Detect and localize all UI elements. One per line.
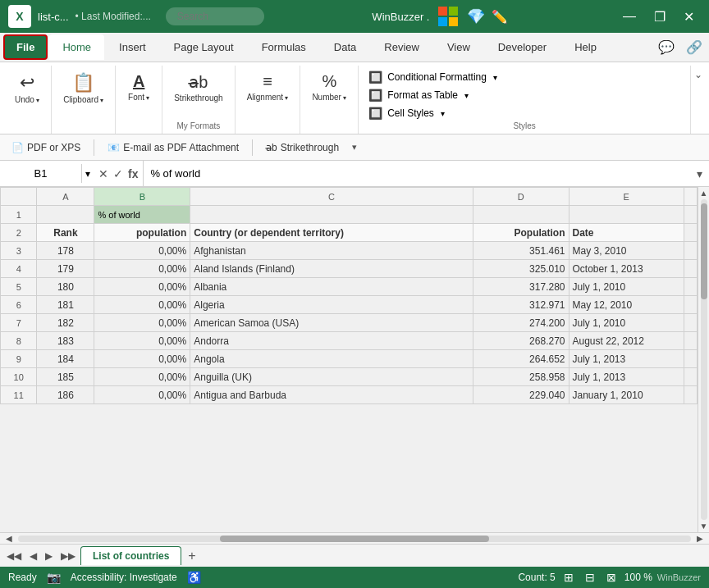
col-header-a[interactable]: A: [37, 188, 94, 206]
insert-function-icon[interactable]: fx: [128, 167, 138, 180]
cell-e4[interactable]: October 1, 2013: [569, 260, 684, 278]
vscroll-up-arrow[interactable]: ▲: [700, 189, 708, 198]
cell-d8[interactable]: 268.270: [473, 332, 569, 350]
cell-d1[interactable]: [473, 206, 569, 224]
clipboard-button[interactable]: 📋 Clipboard: [58, 69, 108, 107]
toolbar2-dropdown-arrow[interactable]: ▾: [349, 142, 360, 153]
hscroll-left-arrow[interactable]: ◀: [3, 534, 15, 543]
strikethrough-button[interactable]: a̶b Strikethrough: [169, 69, 227, 106]
ribbon-collapse[interactable]: ⌄: [691, 66, 706, 134]
cell-c1[interactable]: [190, 206, 473, 224]
cell-c2[interactable]: Country (or dependent territory): [190, 224, 473, 242]
col-header-d[interactable]: D: [473, 188, 569, 206]
undo-button[interactable]: ↩ Undo: [10, 69, 44, 107]
conditional-formatting-item[interactable]: 🔲 Conditional Formatting ▾: [365, 69, 684, 85]
cell-d5[interactable]: 317.280: [473, 278, 569, 296]
tab-data[interactable]: Data: [321, 34, 369, 60]
cell-e5[interactable]: July 1, 2010: [569, 278, 684, 296]
cell-d3[interactable]: 351.461: [473, 242, 569, 260]
cell-b5[interactable]: 0,00%: [94, 278, 190, 296]
tab-file[interactable]: File: [3, 34, 48, 60]
cell-c9[interactable]: Angola: [190, 350, 473, 368]
cell-styles-item[interactable]: 🔲 Cell Styles ▾: [365, 105, 684, 121]
cell-b6[interactable]: 0,00%: [94, 296, 190, 314]
cell-c4[interactable]: Aland Islands (Finland): [190, 260, 473, 278]
col-header-c[interactable]: C: [190, 188, 473, 206]
sheet-nav-last[interactable]: ▶▶: [57, 550, 79, 562]
tab-view[interactable]: View: [434, 34, 483, 60]
sheet-tab-list-countries[interactable]: List of countries: [80, 546, 181, 565]
cell-b4[interactable]: 0,00%: [94, 260, 190, 278]
cell-e10[interactable]: July 1, 2013: [569, 368, 684, 386]
cell-e7[interactable]: July 1, 2010: [569, 314, 684, 332]
cell-c7[interactable]: American Samoa (USA): [190, 314, 473, 332]
restore-button[interactable]: ❐: [647, 6, 672, 28]
cell-d7[interactable]: 274.200: [473, 314, 569, 332]
cell-e3[interactable]: May 3, 2010: [569, 242, 684, 260]
cell-b10[interactable]: 0,00%: [94, 368, 190, 386]
sheet-nav-prev[interactable]: ◀: [26, 550, 40, 562]
vscroll-down-arrow[interactable]: ▼: [700, 522, 708, 531]
page-break-view-btn[interactable]: ⊠: [603, 569, 620, 586]
cell-c3[interactable]: Afghanistan: [190, 242, 473, 260]
add-sheet-button[interactable]: +: [183, 549, 200, 563]
cell-a3[interactable]: 178: [37, 242, 94, 260]
tab-home[interactable]: Home: [49, 34, 104, 60]
cell-a5[interactable]: 180: [37, 278, 94, 296]
cell-e11[interactable]: January 1, 2010: [569, 386, 684, 404]
cell-a1[interactable]: [37, 206, 94, 224]
tab-review[interactable]: Review: [371, 34, 432, 60]
cell-b1[interactable]: % of world: [94, 206, 190, 224]
tab-developer[interactable]: Developer: [485, 34, 560, 60]
cell-b7[interactable]: 0,00%: [94, 314, 190, 332]
cell-e1[interactable]: [569, 206, 684, 224]
cell-a6[interactable]: 181: [37, 296, 94, 314]
tab-formulas[interactable]: Formulas: [249, 34, 319, 60]
cell-a2[interactable]: Rank: [37, 224, 94, 242]
font-button[interactable]: A Font: [122, 69, 155, 105]
cell-b9[interactable]: 0,00%: [94, 350, 190, 368]
hscroll-right-arrow[interactable]: ▶: [694, 534, 706, 543]
hscroll-thumb[interactable]: [220, 536, 489, 542]
cell-c11[interactable]: Antigua and Barbuda: [190, 386, 473, 404]
cell-a11[interactable]: 186: [37, 386, 94, 404]
cell-d10[interactable]: 258.958: [473, 368, 569, 386]
cell-b11[interactable]: 0,00%: [94, 386, 190, 404]
cell-c6[interactable]: Algeria: [190, 296, 473, 314]
cell-a7[interactable]: 182: [37, 314, 94, 332]
cell-d11[interactable]: 229.040: [473, 386, 569, 404]
cell-c5[interactable]: Albania: [190, 278, 473, 296]
cancel-formula-icon[interactable]: ✕: [98, 167, 108, 180]
close-button[interactable]: ✕: [677, 6, 701, 28]
cell-d2[interactable]: Population: [473, 224, 569, 242]
cell-d9[interactable]: 264.652: [473, 350, 569, 368]
cell-a9[interactable]: 184: [37, 350, 94, 368]
vscroll-track[interactable]: [701, 199, 707, 520]
share-icon-btn[interactable]: 🔗: [683, 36, 706, 58]
cell-a10[interactable]: 185: [37, 368, 94, 386]
cell-reference-box[interactable]: [0, 164, 82, 183]
sheet-nav-first[interactable]: ◀◀: [3, 550, 25, 562]
tab-help[interactable]: Help: [561, 34, 610, 60]
col-header-b[interactable]: B: [94, 188, 190, 206]
cell-ref-dropdown[interactable]: ▾: [82, 168, 94, 180]
sheet-nav-next[interactable]: ▶: [42, 550, 56, 562]
pdf-or-xps-button[interactable]: 📄 PDF or XPS: [5, 139, 87, 156]
cell-e2[interactable]: Date: [569, 224, 684, 242]
cell-c10[interactable]: Anguilla (UK): [190, 368, 473, 386]
formula-input[interactable]: [144, 164, 690, 183]
tab-insert[interactable]: Insert: [106, 34, 159, 60]
comment-icon-btn[interactable]: 💬: [655, 36, 678, 58]
cell-e8[interactable]: August 22, 2012: [569, 332, 684, 350]
normal-view-btn[interactable]: ⊞: [560, 569, 577, 586]
tab-page-layout[interactable]: Page Layout: [161, 34, 247, 60]
vscroll-thumb[interactable]: [701, 203, 707, 299]
cell-b3[interactable]: 0,00%: [94, 242, 190, 260]
cell-b2[interactable]: population: [94, 224, 190, 242]
email-pdf-button[interactable]: 📧 E-mail as PDF Attachment: [101, 139, 245, 156]
vertical-scrollbar[interactable]: ▲ ▼: [698, 187, 709, 532]
strikethrough-btn2[interactable]: a̶b Strikethrough: [259, 139, 345, 156]
status-camera-icon[interactable]: 📷: [47, 571, 61, 584]
cell-d6[interactable]: 312.971: [473, 296, 569, 314]
title-search-input[interactable]: [166, 7, 264, 25]
